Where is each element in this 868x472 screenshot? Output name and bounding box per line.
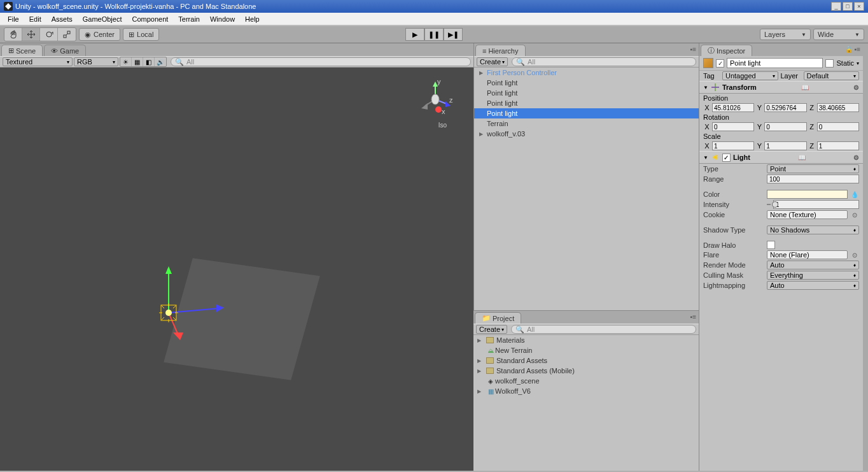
layout-dropdown[interactable]: Wide▼ [813,29,864,40]
tab-scene[interactable]: ⊞ Scene [1,45,43,56]
intensity-slider[interactable] [767,200,771,209]
scene-gizmo-toggle[interactable]: ◧ [143,57,155,66]
object-picker-icon[interactable]: ⊙ [850,210,859,219]
rotation-y-field[interactable] [764,122,806,131]
rotation-z-field[interactable] [817,122,859,131]
hierarchy-item[interactable]: Point light [474,98,699,108]
scene-search[interactable]: 🔍All [171,57,471,66]
scale-tool[interactable] [58,28,76,41]
expand-arrow-icon[interactable]: ▶ [477,338,481,343]
tab-project[interactable]: 📁 Project [475,312,521,324]
scale-z-field[interactable] [817,141,859,150]
scene-shading-dropdown[interactable]: Textured▾ [3,57,73,66]
rotate-tool[interactable] [40,28,58,41]
component-settings-icon[interactable]: ⚙ [853,154,859,161]
project-item[interactable]: ⛰New Terrain [473,345,699,355]
menu-component[interactable]: Component [127,14,173,24]
scale-x-field[interactable] [712,141,754,150]
hierarchy-search[interactable]: 🔍All [512,57,696,66]
light-enabled-checkbox[interactable]: ✓ [722,154,731,162]
shadow-type-dropdown[interactable]: No Shadows♦ [767,225,859,234]
tab-game[interactable]: 👁 Game [44,45,86,56]
minimize-button[interactable]: _ [831,2,841,11]
hierarchy-item[interactable]: ▶wolkoff_v.03 [474,129,699,139]
menu-help[interactable]: Help [240,14,265,24]
layer-dropdown[interactable]: Default▾ [804,71,860,80]
expand-arrow-icon[interactable]: ▶ [479,70,483,76]
scene-lighting-toggle[interactable]: ☀ [120,57,132,66]
scene-viewport[interactable]: y z x Iso [0,68,473,471]
draw-halo-checkbox[interactable] [767,241,775,249]
expand-arrow-icon[interactable]: ▶ [477,358,481,364]
point-light-gizmo[interactable] [159,265,235,343]
tab-hierarchy[interactable]: ≡ Hierarchy [475,45,526,56]
tab-inspector[interactable]: ⓘ Inspector [701,45,752,56]
fold-arrow-icon[interactable]: ▼ [703,155,708,161]
expand-arrow-icon[interactable]: ▶ [477,368,481,374]
flare-field[interactable]: None (Flare) [767,250,848,259]
project-item[interactable]: ▶▦Wolkoff_V6 [473,386,699,396]
component-settings-icon[interactable]: ⚙ [853,84,859,91]
projection-label[interactable]: Iso [438,122,447,129]
active-checkbox[interactable]: ✓ [716,59,724,68]
menu-window[interactable]: Window [205,14,240,24]
project-create-dropdown[interactable]: Create▾ [476,325,507,334]
hierarchy-item[interactable]: Terrain [474,118,699,129]
hierarchy-item[interactable]: Point light [474,78,699,88]
scale-y-field[interactable] [764,141,806,150]
menu-assets[interactable]: Assets [46,14,78,24]
static-dropdown-arrow[interactable]: ▾ [857,61,859,66]
project-search[interactable]: 🔍All [511,325,696,334]
hierarchy-panel-menu[interactable]: ▪≡ [690,46,696,53]
position-y-field[interactable] [764,103,806,112]
scene-fx-toggle[interactable]: ▦ [132,57,143,66]
project-item[interactable]: ▶Standard Assets (Mobile) [473,366,699,376]
hierarchy-item[interactable]: ▶First Person Controller [474,68,699,78]
pause-button[interactable]: ❚❚ [424,28,444,41]
lightmapping-dropdown[interactable]: Auto♦ [767,281,859,290]
object-picker-icon[interactable]: ⊙ [850,250,859,259]
project-item[interactable]: ◈wolkoff_scene [473,376,699,386]
layers-dropdown[interactable]: Layers▼ [760,29,811,40]
light-type-dropdown[interactable]: Point♦ [767,164,859,173]
static-checkbox[interactable] [825,59,834,68]
scene-audio-toggle[interactable]: 🔊 [155,57,166,66]
orientation-gizmo[interactable]: y z x [416,80,454,118]
position-x-field[interactable] [712,103,754,112]
fold-arrow-icon[interactable]: ▼ [703,85,708,90]
render-mode-dropdown[interactable]: Auto♦ [767,261,859,269]
maximize-button[interactable]: □ [843,2,853,11]
rotation-x-field[interactable] [712,122,754,131]
project-panel-menu[interactable]: ▪≡ [690,313,696,320]
range-field[interactable] [767,175,859,183]
hand-tool[interactable] [4,28,22,41]
transform-component-header[interactable]: ▼ Transform 📖 ⚙ [699,81,863,94]
culling-mask-dropdown[interactable]: Everything♦ [767,271,859,280]
inspector-panel-menu[interactable]: 🔒 ▪≡ [845,46,860,53]
hierarchy-list[interactable]: ▶First Person Controller Point light Poi… [474,68,699,310]
close-button[interactable]: × [854,2,864,11]
color-picker[interactable] [767,190,848,199]
intensity-field[interactable] [773,200,859,209]
menu-terrain[interactable]: Terrain [173,14,205,24]
tag-dropdown[interactable]: Untagged▾ [722,71,778,80]
expand-arrow-icon[interactable]: ▶ [477,389,481,394]
pivot-center-toggle[interactable]: ◉Center [79,28,120,41]
hierarchy-item-selected[interactable]: Point light [474,108,699,118]
play-button[interactable]: ▶ [405,28,424,41]
color-eyedropper-icon[interactable]: 💧 [850,190,859,199]
hierarchy-item[interactable]: Point light [474,88,699,98]
component-help-icon[interactable]: 📖 [801,84,809,91]
project-list[interactable]: ▶Materials ⛰New Terrain ▶Standard Assets… [473,335,699,471]
expand-arrow-icon[interactable]: ▶ [479,131,483,137]
component-help-icon[interactable]: 📖 [798,154,806,161]
step-button[interactable]: ▶❚ [444,28,463,41]
coord-space-toggle[interactable]: ⊞Local [123,28,159,41]
cookie-field[interactable]: None (Texture) [767,210,848,219]
menu-edit[interactable]: Edit [24,14,46,24]
hierarchy-create-dropdown[interactable]: Create▾ [477,57,508,66]
project-item[interactable]: ▶Standard Assets [473,355,699,366]
project-item[interactable]: ▶Materials [473,335,699,345]
position-z-field[interactable] [817,103,859,112]
move-tool[interactable] [22,28,40,41]
